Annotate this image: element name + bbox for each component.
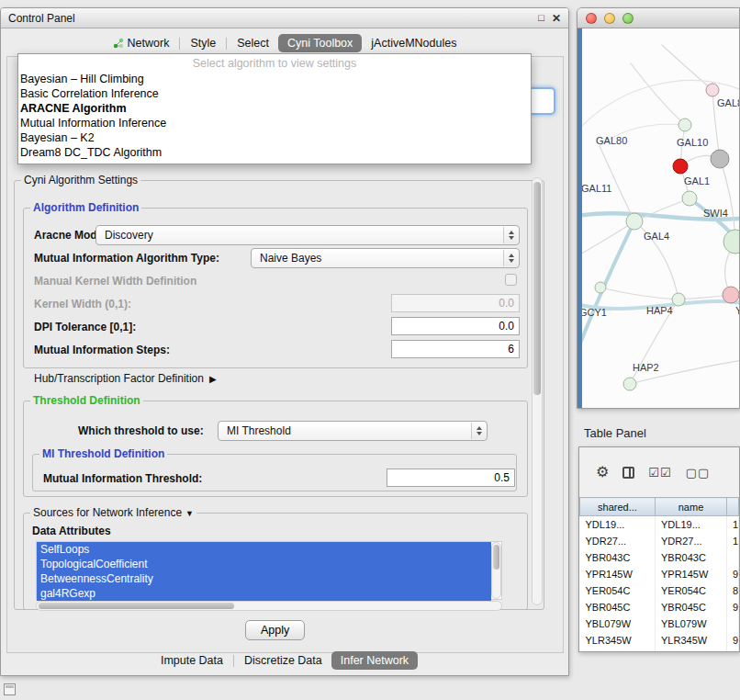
list-horizontal-scrollbar[interactable] bbox=[36, 601, 502, 611]
network-edge[interactable] bbox=[582, 221, 634, 345]
table-cell: YBR043C bbox=[580, 549, 656, 566]
table-cell: YBR043C bbox=[656, 549, 727, 566]
tab-jactivemnodules[interactable]: jActiveMNodules bbox=[362, 34, 465, 52]
mi-type-select[interactable]: Naive Bayes bbox=[251, 248, 520, 268]
algorithm-select[interactable] bbox=[528, 87, 555, 115]
network-window-titlebar[interactable] bbox=[577, 8, 739, 28]
mi-threshold-field[interactable] bbox=[387, 469, 515, 487]
network-node[interactable] bbox=[672, 293, 685, 306]
combo-stepper-icon bbox=[503, 250, 518, 266]
column-header-name[interactable]: name bbox=[656, 498, 727, 516]
manual-kernel-checkbox[interactable] bbox=[505, 274, 517, 286]
zoom-traffic-light-icon[interactable] bbox=[622, 13, 633, 24]
table-cell: YBR045C bbox=[580, 599, 656, 615]
network-node[interactable] bbox=[723, 230, 739, 254]
float-window-icon[interactable]: □ bbox=[538, 13, 544, 23]
table-cell: YBL079W bbox=[656, 615, 727, 632]
table-row[interactable]: YER054CYER054C8. bbox=[580, 582, 739, 599]
network-edge[interactable] bbox=[631, 63, 685, 125]
table-row[interactable]: YDL19...YDL19...13 bbox=[580, 516, 739, 533]
list-vertical-scrollbar[interactable] bbox=[491, 542, 501, 599]
deselect-all-icon[interactable]: ▢▢ bbox=[686, 467, 711, 479]
tab-impute-data[interactable]: Impute Data bbox=[151, 651, 232, 670]
network-node[interactable] bbox=[595, 282, 606, 293]
columns-icon[interactable] bbox=[622, 467, 634, 479]
network-node-label: GAL80 bbox=[596, 135, 627, 146]
list-hscroll-thumb[interactable] bbox=[39, 603, 234, 609]
table-row[interactable]: YBR045CYBR045C9. bbox=[580, 599, 739, 615]
network-canvas[interactable]: GAL8GAL80GAL10GAL11GAL1SWI4GAL4GCY1HAP4Y… bbox=[582, 28, 739, 408]
minimize-traffic-light-icon[interactable] bbox=[604, 13, 615, 24]
list-item-selected[interactable]: SelfLoops bbox=[37, 542, 491, 557]
mi-steps-field[interactable] bbox=[391, 340, 520, 358]
network-node[interactable] bbox=[706, 84, 719, 96]
tab-infer-network[interactable]: Infer Network bbox=[331, 651, 418, 670]
dropdown-item[interactable]: Basic Correlation Inference bbox=[18, 86, 531, 101]
select-all-icon[interactable]: ☑☑ bbox=[648, 467, 671, 479]
tab-style[interactable]: Style bbox=[181, 34, 225, 52]
table-row[interactable]: YPR145WYPR145W9. bbox=[580, 566, 739, 582]
gear-icon[interactable]: ⚙ bbox=[596, 465, 609, 480]
settings-scrollbar-thumb[interactable] bbox=[533, 182, 541, 395]
network-node[interactable] bbox=[623, 378, 636, 390]
aracne-mode-select[interactable]: Discovery bbox=[95, 225, 520, 245]
dpi-tolerance-field[interactable] bbox=[391, 317, 520, 335]
tab-label: Discretize Data bbox=[244, 654, 322, 667]
list-vscroll-thumb[interactable] bbox=[493, 545, 499, 570]
dropdown-item[interactable]: Mutual Information Inference bbox=[18, 116, 531, 130]
table-row[interactable]: YDR27...YDR27...12 bbox=[580, 533, 739, 549]
tab-discretize-data[interactable]: Discretize Data bbox=[235, 651, 331, 670]
dropdown-item[interactable]: Dream8 DC_TDC Algorithm bbox=[18, 145, 531, 160]
table-cell bbox=[727, 649, 739, 652]
table-panel-title: Table Panel bbox=[584, 426, 646, 440]
combo-value: Discovery bbox=[105, 229, 153, 242]
network-node-label: GAL10 bbox=[677, 137, 708, 148]
table-row[interactable]: YBR043CYBR043C bbox=[580, 549, 739, 566]
tab-select[interactable]: Select bbox=[228, 34, 278, 52]
network-node[interactable] bbox=[723, 287, 739, 303]
network-node-label: GAL8 bbox=[717, 97, 739, 108]
restore-panel-icon[interactable] bbox=[4, 683, 16, 695]
combo-value: MI Threshold bbox=[227, 424, 291, 437]
list-item-selected[interactable]: BetweennessCentrality bbox=[37, 571, 491, 586]
table-cell: YLR345W bbox=[580, 632, 656, 649]
tab-label: Style bbox=[190, 37, 216, 50]
network-node[interactable] bbox=[673, 159, 688, 174]
close-window-icon[interactable]: ✕ bbox=[552, 13, 561, 24]
hub-definition-toggle[interactable]: Hub/Transcription Factor Definition▶ bbox=[34, 372, 217, 385]
which-threshold-select[interactable]: MI Threshold bbox=[218, 421, 488, 441]
table-cell: YBL079W bbox=[580, 615, 656, 632]
cyni-bottom-tabs: Impute Data Discretize Data Infer Networ… bbox=[1, 651, 568, 670]
network-edge[interactable] bbox=[600, 288, 678, 299]
column-header-shared-name[interactable]: shared... bbox=[580, 498, 656, 516]
close-traffic-light-icon[interactable] bbox=[586, 13, 597, 24]
table-row[interactable]: YJL052CYJL052C bbox=[580, 649, 739, 652]
apply-button[interactable]: Apply bbox=[245, 620, 305, 640]
network-node[interactable] bbox=[682, 191, 697, 206]
tab-separator bbox=[226, 38, 227, 50]
kernel-width-field[interactable] bbox=[391, 294, 520, 312]
settings-scrollbar[interactable] bbox=[532, 177, 543, 605]
sources-toggle[interactable]: Sources for Network Inference▼ bbox=[30, 506, 196, 519]
tab-network[interactable]: Network bbox=[104, 34, 179, 52]
dropdown-item[interactable]: Bayesian – K2 bbox=[18, 130, 531, 145]
network-node-label: SWI4 bbox=[703, 208, 728, 219]
tab-label: Select bbox=[237, 37, 269, 50]
data-attributes-list: SelfLoops TopologicalCoefficient Between… bbox=[36, 541, 502, 600]
table-row[interactable]: YLR345WYLR345W9. bbox=[580, 632, 739, 649]
network-edge[interactable] bbox=[662, 45, 712, 90]
network-node[interactable] bbox=[711, 150, 729, 168]
list-item-selected[interactable]: TopologicalCoefficient bbox=[37, 557, 491, 571]
network-node[interactable] bbox=[678, 119, 691, 131]
list-item-selected[interactable]: gal4RGexp bbox=[37, 586, 491, 601]
column-header-cut[interactable] bbox=[727, 498, 739, 516]
table-row[interactable]: YBL079WYBL079W bbox=[580, 615, 739, 632]
dropdown-item[interactable]: Bayesian – Hill Climbing bbox=[18, 72, 531, 86]
dropdown-item-aracne[interactable]: ARACNE Algorithm bbox=[18, 101, 531, 116]
combo-value: Naive Bayes bbox=[260, 252, 321, 265]
table-cell bbox=[727, 549, 739, 566]
tab-cyni-toolbox[interactable]: Cyni Toolbox bbox=[278, 34, 362, 52]
control-panel-titlebar[interactable]: Control Panel □ ✕ bbox=[1, 8, 568, 28]
tab-label: Impute Data bbox=[161, 654, 223, 667]
network-node[interactable] bbox=[626, 213, 643, 230]
